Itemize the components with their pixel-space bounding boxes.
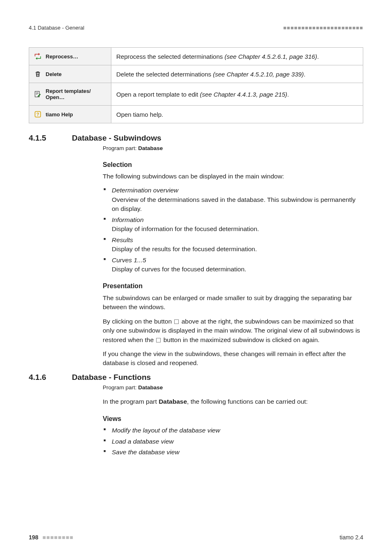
- list-item: Results Display of the results for the f…: [112, 236, 363, 254]
- maximize-icon: [174, 319, 179, 324]
- list-item-title: Modify the layout of the database view: [112, 427, 220, 434]
- text-bold: Database: [138, 145, 163, 151]
- page-number: 198: [29, 534, 38, 541]
- text: .: [304, 71, 305, 78]
- list-item-desc: Overview of the determinations saved in …: [112, 196, 355, 212]
- help-icon: ?: [34, 111, 42, 118]
- cmd-cell-report: Report templates/ Open…: [29, 83, 111, 106]
- paragraph: By clicking on the button above at the r…: [103, 317, 363, 345]
- section-number: 4.1.5: [29, 134, 51, 143]
- section-number: 4.1.6: [29, 373, 51, 382]
- views-list: Modify the layout of the database view L…: [103, 426, 363, 457]
- list-item-desc: Display of curves for the focused determ…: [112, 266, 246, 273]
- list-item-desc: Display of information for the focused d…: [112, 225, 259, 232]
- cmd-cell-help: ? tiamo Help: [29, 106, 111, 123]
- text: Delete the selected determinations: [116, 71, 213, 78]
- report-edit-icon: [34, 90, 42, 98]
- text: Open a report template to edit: [116, 91, 200, 98]
- trash-icon: [34, 70, 42, 78]
- restore-icon: [156, 338, 161, 342]
- page-footer: 198 ■■■■■■■■ tiamo 2.4: [29, 534, 363, 541]
- text: Open tiamo help.: [116, 111, 163, 118]
- text-emph: (see Chapter 4.5.2.6.1, page 316): [224, 53, 317, 60]
- table-row: Delete Delete the selected determination…: [29, 65, 363, 83]
- list-item: Save the database view: [112, 448, 363, 457]
- section-body-415: Program part: Database Selection The fol…: [103, 144, 363, 368]
- list-item-title: Information: [112, 216, 144, 223]
- cmd-desc-report: Open a report template to edit (see Chap…: [111, 83, 363, 106]
- list-item-title: Load a database view: [112, 438, 174, 445]
- list-item-title: Determination overview: [112, 187, 178, 194]
- page-number-block: 198 ■■■■■■■■: [29, 534, 74, 541]
- subheading-selection: Selection: [103, 160, 363, 169]
- section-title: Database - Subwindows: [72, 134, 161, 143]
- list-item-title: Curves 1...5: [112, 257, 146, 264]
- cmd-label: tiamo Help: [46, 111, 73, 118]
- list-item-desc: Display of the results for the focused d…: [112, 245, 257, 252]
- text: Reprocess the selected determinations: [116, 53, 224, 60]
- table-row: ? tiamo Help Open tiamo help.: [29, 106, 363, 123]
- header-left: 4.1 Database - General: [29, 25, 84, 31]
- reprocess-icon: [34, 53, 42, 60]
- program-part-line: Program part: Database: [103, 144, 363, 153]
- subheading-views: Views: [103, 414, 363, 423]
- text-emph: (see Chapter 4.5.2.10, page 339): [213, 71, 304, 78]
- section-heading-416: 4.1.6 Database - Functions: [29, 373, 363, 382]
- paragraph: The following subwindows can be displaye…: [103, 172, 363, 181]
- cmd-cell-reprocess: Reprocess…: [29, 48, 111, 65]
- cmd-label: Reprocess…: [46, 53, 78, 60]
- program-part-line: Program part: Database: [103, 384, 363, 392]
- text: Program part:: [103, 145, 138, 151]
- paragraph: The subwindows can be enlarged or made s…: [103, 294, 363, 312]
- list-item: Determination overview Overview of the d…: [112, 186, 363, 213]
- list-item: Load a database view: [112, 437, 363, 446]
- header-dots: ■■■■■■■■■■■■■■■■■■■■■■: [283, 25, 363, 31]
- cmd-desc-help: Open tiamo help.: [111, 106, 363, 123]
- paragraph: If you change the view in the subwindows…: [103, 349, 363, 368]
- cmd-label: Delete: [46, 71, 62, 77]
- cmd-desc-delete: Delete the selected determinations (see …: [111, 65, 363, 83]
- running-header: 4.1 Database - General ■■■■■■■■■■■■■■■■■…: [29, 25, 363, 31]
- section-heading-415: 4.1.5 Database - Subwindows: [29, 134, 363, 143]
- section-title: Database - Functions: [72, 373, 151, 382]
- text: button in the maximized subwindow is cli…: [161, 336, 319, 343]
- text: In the program part: [103, 398, 159, 405]
- command-table: Reprocess… Reprocess the selected determ…: [29, 47, 363, 123]
- text-bold: Database: [159, 398, 187, 405]
- text: , the following functions can be carried…: [187, 398, 308, 405]
- list-item-title: Save the database view: [112, 449, 180, 456]
- cmd-label: Report templates/ Open…: [46, 88, 91, 100]
- footer-dots: ■■■■■■■■: [42, 534, 74, 541]
- text: .: [317, 53, 319, 60]
- text-bold: Database: [138, 384, 163, 391]
- subheading-presentation: Presentation: [103, 281, 363, 291]
- footer-right: tiamo 2.4: [339, 534, 363, 541]
- subwindow-list: Determination overview Overview of the d…: [103, 186, 363, 274]
- text: .: [287, 91, 289, 98]
- text: Program part:: [103, 384, 138, 391]
- cmd-desc-reprocess: Reprocess the selected determinations (s…: [111, 48, 363, 65]
- section-body-416: Program part: Database In the program pa…: [103, 384, 363, 457]
- paragraph: In the program part Database, the follow…: [103, 397, 363, 406]
- svg-text:?: ?: [37, 112, 39, 117]
- page: 4.1 Database - General ■■■■■■■■■■■■■■■■■…: [0, 0, 392, 555]
- list-item-title: Results: [112, 236, 133, 243]
- table-row: Report templates/ Open… Open a report te…: [29, 83, 363, 106]
- cmd-cell-delete: Delete: [29, 65, 111, 83]
- table-row: Reprocess… Reprocess the selected determ…: [29, 48, 363, 65]
- list-item: Information Display of information for t…: [112, 215, 363, 234]
- text: By clicking on the button: [103, 318, 173, 325]
- list-item: Modify the layout of the database view: [112, 426, 363, 435]
- text-emph: (see Chapter 4.4.1.3, page 215): [200, 91, 287, 98]
- list-item: Curves 1...5 Display of curves for the f…: [112, 256, 363, 274]
